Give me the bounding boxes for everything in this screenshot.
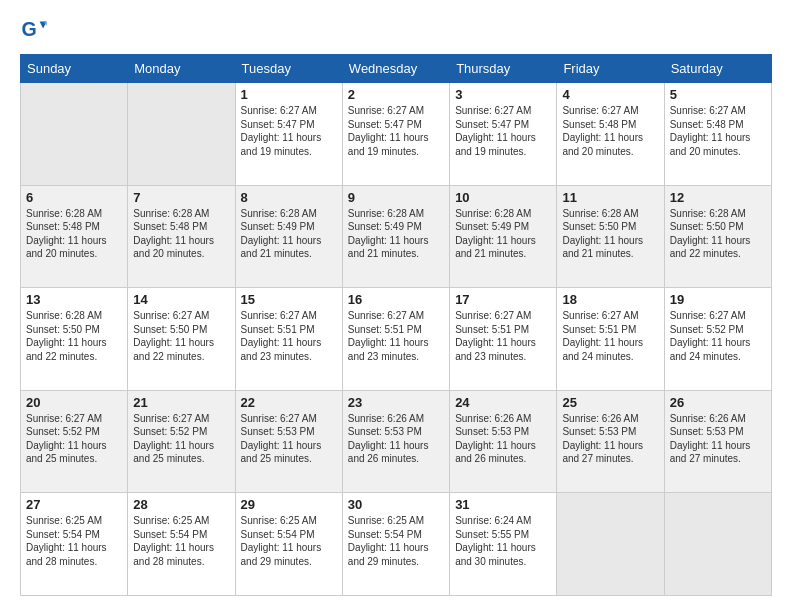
svg-text:G: G	[21, 18, 36, 40]
day-number: 27	[26, 497, 122, 512]
calendar-week-row: 27Sunrise: 6:25 AM Sunset: 5:54 PM Dayli…	[21, 493, 772, 596]
calendar-week-row: 6Sunrise: 6:28 AM Sunset: 5:48 PM Daylig…	[21, 185, 772, 288]
calendar-header-friday: Friday	[557, 55, 664, 83]
day-info: Sunrise: 6:25 AM Sunset: 5:54 PM Dayligh…	[348, 514, 444, 568]
calendar-cell	[557, 493, 664, 596]
calendar-cell: 27Sunrise: 6:25 AM Sunset: 5:54 PM Dayli…	[21, 493, 128, 596]
calendar-week-row: 1Sunrise: 6:27 AM Sunset: 5:47 PM Daylig…	[21, 83, 772, 186]
day-info: Sunrise: 6:27 AM Sunset: 5:52 PM Dayligh…	[26, 412, 122, 466]
calendar-cell: 9Sunrise: 6:28 AM Sunset: 5:49 PM Daylig…	[342, 185, 449, 288]
day-number: 6	[26, 190, 122, 205]
day-info: Sunrise: 6:26 AM Sunset: 5:53 PM Dayligh…	[348, 412, 444, 466]
day-number: 18	[562, 292, 658, 307]
calendar-cell: 17Sunrise: 6:27 AM Sunset: 5:51 PM Dayli…	[450, 288, 557, 391]
day-number: 7	[133, 190, 229, 205]
calendar-header-saturday: Saturday	[664, 55, 771, 83]
day-number: 25	[562, 395, 658, 410]
calendar-cell: 6Sunrise: 6:28 AM Sunset: 5:48 PM Daylig…	[21, 185, 128, 288]
calendar-header-thursday: Thursday	[450, 55, 557, 83]
calendar-header-tuesday: Tuesday	[235, 55, 342, 83]
header: G	[20, 16, 772, 44]
logo-icon: G	[20, 16, 48, 44]
calendar-cell: 28Sunrise: 6:25 AM Sunset: 5:54 PM Dayli…	[128, 493, 235, 596]
calendar-header-sunday: Sunday	[21, 55, 128, 83]
calendar-cell: 21Sunrise: 6:27 AM Sunset: 5:52 PM Dayli…	[128, 390, 235, 493]
calendar-cell: 25Sunrise: 6:26 AM Sunset: 5:53 PM Dayli…	[557, 390, 664, 493]
calendar-cell: 20Sunrise: 6:27 AM Sunset: 5:52 PM Dayli…	[21, 390, 128, 493]
day-info: Sunrise: 6:27 AM Sunset: 5:51 PM Dayligh…	[562, 309, 658, 363]
day-number: 29	[241, 497, 337, 512]
day-info: Sunrise: 6:28 AM Sunset: 5:49 PM Dayligh…	[348, 207, 444, 261]
calendar-cell: 12Sunrise: 6:28 AM Sunset: 5:50 PM Dayli…	[664, 185, 771, 288]
day-number: 30	[348, 497, 444, 512]
day-info: Sunrise: 6:26 AM Sunset: 5:53 PM Dayligh…	[455, 412, 551, 466]
day-number: 23	[348, 395, 444, 410]
day-number: 11	[562, 190, 658, 205]
day-number: 17	[455, 292, 551, 307]
calendar-cell: 26Sunrise: 6:26 AM Sunset: 5:53 PM Dayli…	[664, 390, 771, 493]
calendar-cell	[128, 83, 235, 186]
day-number: 5	[670, 87, 766, 102]
day-number: 19	[670, 292, 766, 307]
day-number: 21	[133, 395, 229, 410]
day-info: Sunrise: 6:25 AM Sunset: 5:54 PM Dayligh…	[133, 514, 229, 568]
day-info: Sunrise: 6:28 AM Sunset: 5:49 PM Dayligh…	[241, 207, 337, 261]
calendar-cell: 1Sunrise: 6:27 AM Sunset: 5:47 PM Daylig…	[235, 83, 342, 186]
calendar-cell: 30Sunrise: 6:25 AM Sunset: 5:54 PM Dayli…	[342, 493, 449, 596]
day-info: Sunrise: 6:28 AM Sunset: 5:50 PM Dayligh…	[670, 207, 766, 261]
day-info: Sunrise: 6:27 AM Sunset: 5:47 PM Dayligh…	[241, 104, 337, 158]
day-number: 1	[241, 87, 337, 102]
day-number: 22	[241, 395, 337, 410]
calendar-cell: 3Sunrise: 6:27 AM Sunset: 5:47 PM Daylig…	[450, 83, 557, 186]
day-number: 26	[670, 395, 766, 410]
day-info: Sunrise: 6:28 AM Sunset: 5:49 PM Dayligh…	[455, 207, 551, 261]
calendar-cell: 31Sunrise: 6:24 AM Sunset: 5:55 PM Dayli…	[450, 493, 557, 596]
calendar-cell: 18Sunrise: 6:27 AM Sunset: 5:51 PM Dayli…	[557, 288, 664, 391]
calendar-cell	[21, 83, 128, 186]
day-number: 10	[455, 190, 551, 205]
calendar-cell: 11Sunrise: 6:28 AM Sunset: 5:50 PM Dayli…	[557, 185, 664, 288]
day-number: 24	[455, 395, 551, 410]
day-info: Sunrise: 6:27 AM Sunset: 5:52 PM Dayligh…	[133, 412, 229, 466]
day-info: Sunrise: 6:27 AM Sunset: 5:51 PM Dayligh…	[241, 309, 337, 363]
day-info: Sunrise: 6:28 AM Sunset: 5:48 PM Dayligh…	[26, 207, 122, 261]
calendar-cell: 8Sunrise: 6:28 AM Sunset: 5:49 PM Daylig…	[235, 185, 342, 288]
calendar-week-row: 20Sunrise: 6:27 AM Sunset: 5:52 PM Dayli…	[21, 390, 772, 493]
calendar-cell: 7Sunrise: 6:28 AM Sunset: 5:48 PM Daylig…	[128, 185, 235, 288]
day-number: 4	[562, 87, 658, 102]
calendar-cell: 4Sunrise: 6:27 AM Sunset: 5:48 PM Daylig…	[557, 83, 664, 186]
calendar-cell: 15Sunrise: 6:27 AM Sunset: 5:51 PM Dayli…	[235, 288, 342, 391]
day-info: Sunrise: 6:28 AM Sunset: 5:50 PM Dayligh…	[562, 207, 658, 261]
day-number: 8	[241, 190, 337, 205]
day-info: Sunrise: 6:27 AM Sunset: 5:48 PM Dayligh…	[562, 104, 658, 158]
day-number: 15	[241, 292, 337, 307]
calendar-cell: 22Sunrise: 6:27 AM Sunset: 5:53 PM Dayli…	[235, 390, 342, 493]
day-info: Sunrise: 6:25 AM Sunset: 5:54 PM Dayligh…	[241, 514, 337, 568]
day-number: 16	[348, 292, 444, 307]
day-info: Sunrise: 6:26 AM Sunset: 5:53 PM Dayligh…	[562, 412, 658, 466]
calendar-week-row: 13Sunrise: 6:28 AM Sunset: 5:50 PM Dayli…	[21, 288, 772, 391]
day-info: Sunrise: 6:27 AM Sunset: 5:53 PM Dayligh…	[241, 412, 337, 466]
calendar-cell: 16Sunrise: 6:27 AM Sunset: 5:51 PM Dayli…	[342, 288, 449, 391]
day-info: Sunrise: 6:28 AM Sunset: 5:48 PM Dayligh…	[133, 207, 229, 261]
calendar-header-row: SundayMondayTuesdayWednesdayThursdayFrid…	[21, 55, 772, 83]
calendar-cell: 29Sunrise: 6:25 AM Sunset: 5:54 PM Dayli…	[235, 493, 342, 596]
day-number: 31	[455, 497, 551, 512]
day-info: Sunrise: 6:27 AM Sunset: 5:47 PM Dayligh…	[455, 104, 551, 158]
calendar-cell	[664, 493, 771, 596]
logo: G	[20, 16, 50, 44]
calendar-cell: 10Sunrise: 6:28 AM Sunset: 5:49 PM Dayli…	[450, 185, 557, 288]
calendar-cell: 2Sunrise: 6:27 AM Sunset: 5:47 PM Daylig…	[342, 83, 449, 186]
calendar-cell: 5Sunrise: 6:27 AM Sunset: 5:48 PM Daylig…	[664, 83, 771, 186]
calendar-cell: 13Sunrise: 6:28 AM Sunset: 5:50 PM Dayli…	[21, 288, 128, 391]
day-info: Sunrise: 6:27 AM Sunset: 5:51 PM Dayligh…	[348, 309, 444, 363]
day-info: Sunrise: 6:24 AM Sunset: 5:55 PM Dayligh…	[455, 514, 551, 568]
page: G SundayMondayTuesdayWednesdayThursdayFr…	[0, 0, 792, 612]
day-number: 3	[455, 87, 551, 102]
day-info: Sunrise: 6:28 AM Sunset: 5:50 PM Dayligh…	[26, 309, 122, 363]
day-info: Sunrise: 6:27 AM Sunset: 5:51 PM Dayligh…	[455, 309, 551, 363]
day-info: Sunrise: 6:27 AM Sunset: 5:48 PM Dayligh…	[670, 104, 766, 158]
calendar-header-monday: Monday	[128, 55, 235, 83]
day-info: Sunrise: 6:25 AM Sunset: 5:54 PM Dayligh…	[26, 514, 122, 568]
calendar-cell: 24Sunrise: 6:26 AM Sunset: 5:53 PM Dayli…	[450, 390, 557, 493]
